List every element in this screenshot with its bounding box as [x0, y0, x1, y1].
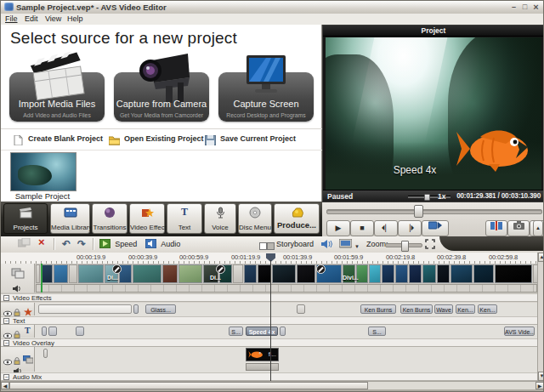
playhead-line[interactable] — [270, 260, 271, 381]
recent-project-thumbnail[interactable] — [10, 152, 76, 191]
overlay-audio-clip[interactable] — [246, 363, 279, 371]
timeline-sound-button[interactable] — [321, 239, 333, 252]
section-audio-mix[interactable]: Audio Mix — [1, 372, 537, 381]
play-button[interactable]: ▶ — [326, 220, 350, 236]
video-clip-thumbnail[interactable] — [178, 264, 202, 283]
next-frame-button[interactable]: ▕⏵ — [398, 220, 422, 236]
scroll-left-icon[interactable]: ◀ — [1, 382, 9, 389]
timeline-clip[interactable] — [38, 304, 132, 314]
video-clip-thumbnail[interactable] — [409, 264, 422, 283]
dropdown-arrow-icon[interactable]: ▼ — [354, 241, 360, 253]
video-clip-thumbnail[interactable] — [395, 264, 408, 283]
insert-media-button[interactable] — [18, 238, 31, 251]
timeline-clip[interactable]: Speed 4x — [246, 327, 278, 336]
video-clip-thumbnail[interactable] — [36, 264, 40, 283]
import-media-files-button[interactable]: Import Media Files Add Video and Audio F… — [9, 72, 105, 122]
speed-button[interactable]: Speed — [99, 239, 135, 252]
tab-disc-menu[interactable]: Disc Menu — [238, 203, 272, 234]
timeline-clip[interactable] — [76, 327, 84, 336]
transition-icon[interactable] — [316, 264, 326, 274]
tab-text[interactable]: T Text — [167, 203, 202, 234]
collapse-box-icon[interactable] — [3, 374, 9, 380]
timeline-clip[interactable]: Ken Burns — [360, 304, 396, 314]
video-clip-thumbnail[interactable] — [450, 264, 473, 283]
video-clip-thumbnail[interactable] — [297, 264, 315, 283]
undo-button[interactable]: ↶ — [62, 238, 71, 250]
transition-icon[interactable] — [216, 264, 225, 274]
close-button[interactable] — [530, 3, 541, 12]
tab-voice[interactable]: Voice — [204, 203, 236, 234]
vertical-scrollbar[interactable]: ▲ ▼ — [537, 253, 544, 381]
zoom-slider[interactable] — [385, 243, 422, 247]
timeline-clip[interactable]: Ken Burns — [400, 304, 433, 314]
collapse-box-icon[interactable] — [3, 295, 9, 301]
video-clip-thumbnail[interactable] — [54, 264, 68, 283]
timeline-clip[interactable]: Glass... — [145, 304, 176, 314]
horizontal-scrollbar[interactable]: ◀ ▶ — [1, 381, 544, 389]
tab-produce[interactable]: Produce... — [274, 203, 320, 234]
video-clip-thumbnail[interactable] — [78, 264, 104, 283]
stop-button[interactable]: ■ — [350, 220, 374, 236]
panel-collapse-button[interactable]: ▲ — [533, 220, 543, 236]
timeline-clip[interactable] — [43, 349, 48, 358]
video-track-audio-strip[interactable] — [36, 284, 537, 293]
transition-icon[interactable] — [112, 264, 122, 274]
redo-button[interactable]: ↷ — [77, 238, 86, 250]
tab-media-library[interactable]: Media Library — [50, 203, 90, 234]
timeline-clip[interactable]: Wave — [434, 304, 453, 314]
timeline-clip[interactable] — [48, 327, 57, 336]
speed-slider-thumb[interactable] — [424, 194, 430, 201]
timeline-clip[interactable]: Ken... — [478, 304, 497, 314]
title-bar[interactable]: Sample Project.vep* - AVS Video Editor — [1, 1, 544, 14]
section-video-overlay[interactable]: Video Overlay — [1, 338, 537, 347]
menu-file[interactable]: File — [5, 14, 18, 23]
next-scene-button[interactable] — [422, 220, 449, 236]
minimize-button[interactable] — [508, 3, 519, 12]
tab-projects[interactable]: Projects — [3, 203, 48, 234]
timeline-clip[interactable] — [297, 304, 305, 314]
menu-edit[interactable]: Edit — [25, 14, 38, 23]
snapshot-button[interactable] — [507, 220, 530, 236]
video-clip-thumbnail[interactable] — [258, 264, 271, 283]
scroll-right-icon[interactable]: ▶ — [536, 382, 544, 389]
video-clip-thumbnail[interactable] — [422, 264, 436, 283]
video-clip-thumbnail[interactable] — [133, 264, 162, 283]
video-clip-thumbnail[interactable] — [495, 264, 532, 283]
fit-to-screen-button[interactable] — [425, 239, 435, 252]
display-mode-button[interactable] — [339, 239, 352, 252]
timeline-clip[interactable]: S... — [229, 327, 243, 336]
section-text[interactable]: Text — [1, 316, 537, 325]
timeline-clip[interactable]: AVS Vide... — [504, 327, 535, 336]
tab-transitions[interactable]: Transitions — [92, 203, 128, 234]
tab-video-effects[interactable]: Video Effects — [129, 203, 165, 234]
video-clip-thumbnail[interactable] — [41, 264, 53, 283]
video-clip-thumbnail[interactable] — [162, 264, 178, 283]
video-clip-thumbnail[interactable] — [233, 264, 243, 283]
timeline-clip[interactable] — [280, 327, 286, 336]
overlay-fish-clip[interactable]: fi... — [246, 348, 279, 361]
seek-slider-thumb[interactable] — [414, 205, 423, 218]
eye-icon[interactable] — [3, 354, 12, 369]
collapse-box-icon[interactable] — [3, 318, 9, 324]
scroll-up-icon[interactable]: ▲ — [538, 253, 544, 262]
scroll-down-icon[interactable]: ▼ — [538, 372, 544, 381]
timeline-clip[interactable] — [133, 304, 139, 314]
capture-from-camera-button[interactable]: Capture from Camera Get Your Media from … — [114, 72, 209, 122]
maximize-button[interactable] — [519, 3, 530, 12]
audio-button[interactable]: Audio — [145, 239, 178, 252]
menu-view[interactable]: View — [45, 14, 61, 23]
timeline-clip[interactable] — [42, 327, 47, 336]
video-clip-thumbnail[interactable] — [473, 264, 494, 283]
storyboard-toggle[interactable] — [259, 241, 275, 253]
section-video-effects[interactable]: Video Effects — [1, 293, 537, 302]
previous-frame-button[interactable]: ⏴▏ — [374, 220, 398, 236]
video-clip-thumbnail[interactable] — [369, 264, 381, 283]
seek-slider[interactable] — [326, 209, 542, 214]
timeline-clip[interactable]: S... — [368, 327, 386, 336]
video-clip-thumbnail[interactable] — [382, 264, 394, 283]
video-clip-thumbnail[interactable] — [69, 264, 77, 283]
delete-button[interactable]: × — [38, 236, 45, 248]
split-button[interactable] — [485, 220, 507, 236]
video-clip-thumbnail[interactable] — [244, 264, 257, 283]
timeline-clip[interactable]: Ken... — [456, 304, 475, 314]
